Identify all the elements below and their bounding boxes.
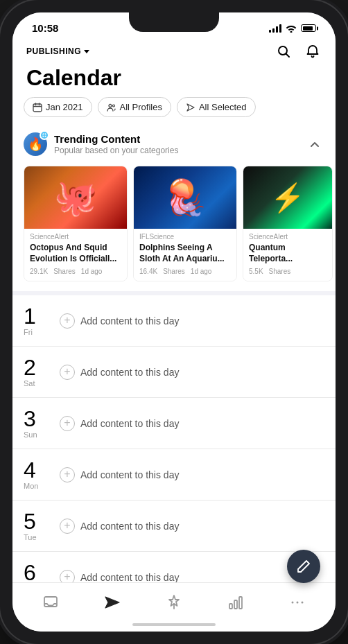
bottom-nav xyxy=(12,582,336,618)
content-cards[interactable]: ScienceAlert Octopus And Squid Evolution… xyxy=(12,160,336,291)
card-meta-3: 5.5K Shares xyxy=(249,268,327,275)
card-headline-3: Quantum Teleporta... xyxy=(249,243,327,264)
card-body-1: ScienceAlert Octopus And Squid Evolution… xyxy=(24,229,127,281)
calendar-day-1: 1 Fri + Add content to this day xyxy=(12,295,336,347)
scroll-content[interactable]: 🔥 Trending Content Popular based on your… xyxy=(12,124,336,582)
add-content-day-4[interactable]: + Add content to this day xyxy=(60,464,179,485)
day-number-6: 6 xyxy=(24,562,36,582)
day-name-5: Tue xyxy=(24,533,37,541)
day-group-6: 6 Wed xyxy=(24,562,51,582)
card-body-2: IFLScience Dolphins Seeing A Sloth At An… xyxy=(134,229,236,281)
trending-header: 🔥 Trending Content Popular based on your… xyxy=(12,124,336,160)
day-number-3: 3 xyxy=(24,408,36,430)
trending-text: Trending Content Popular based on your c… xyxy=(54,133,178,155)
day-number-4: 4 xyxy=(24,459,36,481)
more-icon xyxy=(289,594,306,611)
calendar-list: 1 Fri + Add content to this day 2 Sat xyxy=(12,295,336,582)
trending-title: Trending Content xyxy=(54,133,178,145)
add-circle-2: + xyxy=(60,365,75,380)
svg-point-16 xyxy=(302,602,304,604)
day-name-3: Sun xyxy=(24,430,37,439)
add-content-day-3[interactable]: + Add content to this day xyxy=(60,413,179,434)
add-content-day-1[interactable]: + Add content to this day xyxy=(60,311,179,331)
pin-icon xyxy=(166,594,182,611)
phone-frame: 10:58 PUBLISH xyxy=(0,0,348,644)
day-name-2: Sat xyxy=(24,379,35,388)
profiles-icon xyxy=(107,103,116,112)
phone-screen: 10:58 PUBLISH xyxy=(12,12,336,632)
day-name-1: Fri xyxy=(24,328,33,336)
chevron-up-icon xyxy=(309,139,320,150)
calendar-day-4: 4 Mon + Add content to this day xyxy=(12,449,336,501)
add-circle-3: + xyxy=(60,416,75,431)
chevron-down-icon xyxy=(84,50,89,53)
date-filter[interactable]: Jan 2021 xyxy=(24,97,92,117)
header-icons xyxy=(275,42,322,60)
publish-icon xyxy=(104,594,121,611)
edit-icon xyxy=(296,559,311,574)
trending-subtitle: Popular based on your categories xyxy=(54,146,178,155)
calendar-icon xyxy=(33,103,42,112)
card-body-3: ScienceAlert Quantum Teleporta... 5.5K S… xyxy=(243,229,332,281)
card-headline-1: Octopus And Squid Evolution Is Officiall… xyxy=(30,243,121,264)
day-group-4: 4 Mon xyxy=(24,459,51,490)
nav-inbox[interactable] xyxy=(33,590,68,615)
content-card[interactable]: ScienceAlert Quantum Teleporta... 5.5K S… xyxy=(243,166,333,281)
collapse-button[interactable] xyxy=(305,134,324,154)
nav-pin[interactable] xyxy=(157,590,191,615)
calendar-day-5: 5 Tue + Add content to this day xyxy=(12,501,336,552)
page-title: Calendar xyxy=(26,66,322,90)
content-card[interactable]: ScienceAlert Octopus And Squid Evolution… xyxy=(24,166,128,281)
content-card[interactable]: IFLScience Dolphins Seeing A Sloth At An… xyxy=(133,166,237,281)
day-name-4: Mon xyxy=(24,482,38,490)
profiles-filter[interactable]: All Profiles xyxy=(98,97,171,117)
signal-icon xyxy=(269,24,281,33)
add-content-day-2[interactable]: + Add content to this day xyxy=(60,362,179,383)
card-source-2: IFLScience xyxy=(139,233,231,241)
search-icon xyxy=(277,44,290,58)
add-content-day-5[interactable]: + Add content to this day xyxy=(60,516,179,537)
sparkle-icon xyxy=(42,132,47,138)
home-indicator xyxy=(12,618,336,632)
calendar-day-3: 3 Sun + Add content to this day xyxy=(12,398,336,449)
day-group-3: 3 Sun xyxy=(24,408,51,439)
trending-avatar: 🔥 xyxy=(24,132,47,156)
home-bar xyxy=(132,623,216,626)
svg-rect-13 xyxy=(239,597,242,609)
publishing-label[interactable]: PUBLISHING xyxy=(26,46,89,56)
add-content-day-6[interactable]: + Add content to this day xyxy=(60,567,179,582)
notification-button[interactable] xyxy=(304,42,322,60)
svg-point-7 xyxy=(112,105,114,107)
filter-bar: Jan 2021 All Profiles All Selected xyxy=(12,97,336,124)
add-circle-6: + xyxy=(60,570,75,582)
send-icon xyxy=(186,103,195,112)
day-number-2: 2 xyxy=(24,356,36,378)
card-meta-1: 29.1K Shares 1d ago xyxy=(30,268,121,275)
card-source-1: ScienceAlert xyxy=(30,233,121,241)
svg-rect-2 xyxy=(33,104,42,112)
nav-publish[interactable] xyxy=(95,590,130,615)
day-number-1: 1 xyxy=(24,305,36,327)
day-group-2: 2 Sat xyxy=(24,356,51,388)
calendar-day-2: 2 Sat + Add content to this day xyxy=(12,347,336,398)
svg-point-15 xyxy=(297,602,299,604)
trending-section: 🔥 Trending Content Popular based on your… xyxy=(12,124,336,295)
svg-point-6 xyxy=(109,104,112,107)
day-group-5: 5 Tue xyxy=(24,510,51,541)
svg-line-1 xyxy=(286,54,290,58)
svg-point-14 xyxy=(292,602,294,604)
card-image-2 xyxy=(134,166,236,229)
app-header: PUBLISHING xyxy=(12,40,336,64)
inbox-icon xyxy=(42,594,59,611)
nav-more[interactable] xyxy=(280,590,315,615)
card-headline-2: Dolphins Seeing A Sloth At An Aquariu... xyxy=(139,243,231,264)
selected-filter[interactable]: All Selected xyxy=(177,97,256,117)
add-circle-1: + xyxy=(60,313,75,329)
svg-rect-12 xyxy=(234,600,237,609)
day-group-1: 1 Fri xyxy=(24,305,51,336)
search-button[interactable] xyxy=(275,42,293,60)
card-source-3: ScienceAlert xyxy=(249,233,327,241)
page-title-section: Calendar xyxy=(12,64,336,97)
fab-edit-button[interactable] xyxy=(287,550,320,583)
nav-analytics[interactable] xyxy=(218,590,253,615)
